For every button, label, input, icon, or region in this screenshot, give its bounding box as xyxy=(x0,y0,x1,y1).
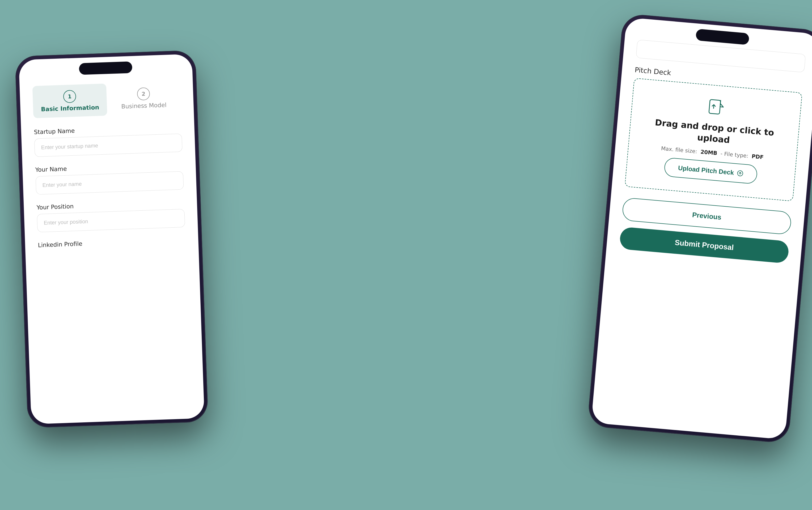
top-partial-input-area xyxy=(636,39,806,72)
notch-left xyxy=(79,61,132,75)
tab-1-label: Basic Information xyxy=(41,104,99,113)
tabs-container: 1 Basic Information 2 Business Model xyxy=(32,81,181,118)
svg-rect-0 xyxy=(709,100,721,114)
tab-1-circle: 1 xyxy=(63,90,76,103)
partial-top-input[interactable] xyxy=(636,39,806,72)
upload-meta-file-type: PDF xyxy=(751,153,764,160)
your-name-input[interactable] xyxy=(36,171,184,194)
volume-up-button xyxy=(15,104,17,120)
startup-name-input[interactable] xyxy=(34,133,182,157)
tab-2-label: Business Model xyxy=(121,101,167,110)
right-phone-volume-up xyxy=(615,66,618,85)
your-name-field-group: Your Name xyxy=(35,161,183,194)
upload-button-label: Upload Pitch Deck xyxy=(678,164,734,176)
startup-name-field-group: Startup Name xyxy=(34,124,182,157)
upload-meta-separator: - File type: xyxy=(720,150,749,159)
upload-meta-size-label: Max. file size: xyxy=(661,145,697,155)
upload-btn-icon xyxy=(737,170,744,177)
power-button xyxy=(197,109,200,132)
phone-left: 1 Basic Information 2 Business Model Sta… xyxy=(15,50,208,428)
right-phone-volume-down xyxy=(613,90,616,109)
upload-meta-size-value: 20MB xyxy=(700,149,718,156)
your-position-field-group: Your Position xyxy=(36,199,185,232)
volume-down-button xyxy=(16,125,18,141)
right-phone-content: Pitch Deck Drag and drop or click to upl… xyxy=(605,17,812,277)
your-name-label: Your Name xyxy=(35,161,183,173)
right-phone-screen: Pitch Deck Drag and drop or click to upl… xyxy=(591,17,812,440)
phone-right: Pitch Deck Drag and drop or click to upl… xyxy=(587,13,812,444)
linkedin-profile-field-group: Linkedin Profile xyxy=(38,237,186,251)
startup-name-label: Startup Name xyxy=(34,124,182,136)
tab-2-circle: 2 xyxy=(137,87,150,101)
upload-pitch-deck-button[interactable]: Upload Pitch Deck xyxy=(664,157,758,184)
upload-drop-area[interactable]: Drag and drop or click to upload Max. fi… xyxy=(625,78,803,201)
left-phone-screen: 1 Basic Information 2 Business Model Sta… xyxy=(19,54,204,424)
linkedin-profile-label: Linkedin Profile xyxy=(38,237,186,248)
upload-file-icon xyxy=(707,98,725,118)
your-position-label: Your Position xyxy=(36,199,184,211)
tab-business-model[interactable]: 2 Business Model xyxy=(106,81,181,116)
left-phone-content: 1 Basic Information 2 Business Model Sta… xyxy=(19,54,199,274)
scene: 1 Basic Information 2 Business Model Sta… xyxy=(0,0,812,510)
your-position-input[interactable] xyxy=(37,209,185,232)
tab-basic-information[interactable]: 1 Basic Information xyxy=(32,83,107,118)
